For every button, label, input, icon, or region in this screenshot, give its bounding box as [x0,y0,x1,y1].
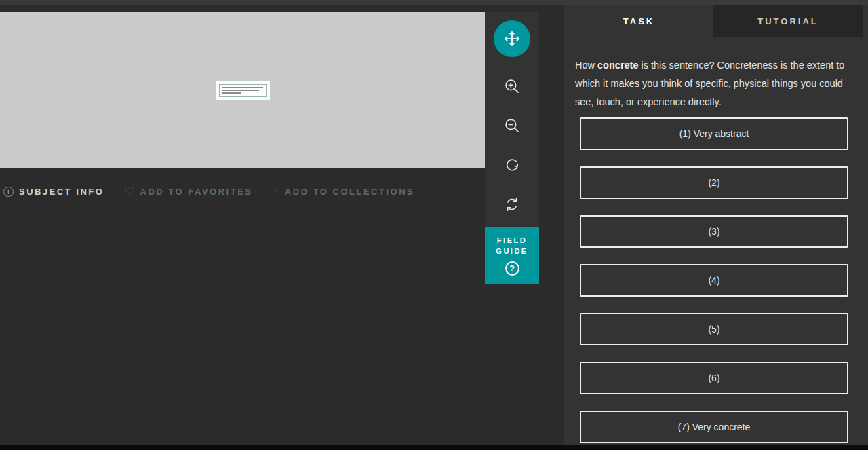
subject-info-label: SUBJECT INFO [19,187,104,197]
add-to-favorites-label: ADD TO FAVORITES [140,187,253,197]
tab-task-label: TASK [623,16,654,26]
classification-panel: TASK TUTORIAL How concrete is this sente… [564,5,868,445]
zoom-in-button[interactable] [502,76,522,96]
snippet-line [222,92,241,94]
heart-icon: ♡ [124,185,134,199]
answer-button-3[interactable]: (3) [580,215,848,248]
snippet-line [222,87,263,88]
question-text-bold: concrete [597,60,638,71]
zoom-out-icon [503,117,521,134]
top-window-strip [0,0,868,5]
answer-button-1[interactable]: (1) Very abstract [580,117,848,150]
reset-button[interactable] [502,194,522,214]
answer-button-2[interactable]: (2) [580,166,848,199]
info-icon: i [3,187,14,197]
answer-button-7[interactable]: (7) Very concrete [580,411,848,443]
move-icon [503,30,521,48]
subject-image[interactable] [216,81,270,100]
tab-task[interactable]: TASK [564,5,713,37]
subject-info-button[interactable]: i SUBJECT INFO [3,187,104,197]
rotate-icon [503,156,521,174]
subject-metadata-bar: i SUBJECT INFO ♡ ADD TO FAVORITES ≡ ADD … [3,183,414,200]
zoom-out-button[interactable] [502,115,522,136]
zoom-in-icon [503,77,521,95]
rotate-button[interactable] [502,155,522,175]
add-to-collections-button[interactable]: ≡ ADD TO COLLECTIONS [273,185,415,198]
move-tool-button[interactable] [494,20,530,57]
answer-list: (1) Very abstract (2) (3) (4) (5) (6) (7… [564,117,868,443]
add-to-collections-label: ADD TO COLLECTIONS [285,187,414,197]
field-guide-label: FIELD GUIDE [493,235,531,257]
subject-text-snippet [219,84,267,97]
add-to-favorites-button[interactable]: ♡ ADD TO FAVORITES [124,185,252,199]
subject-viewer[interactable] [0,12,485,168]
field-guide-button[interactable]: FIELD GUIDE ? [485,227,539,284]
bottom-window-strip [0,445,868,450]
snippet-line [222,90,259,91]
list-icon: ≡ [273,185,279,198]
answer-button-4[interactable]: (4) [580,264,848,297]
answer-button-5[interactable]: (5) [580,313,848,345]
question-text-before: How [575,60,597,71]
reset-rotation-icon [503,195,521,213]
tab-tutorial[interactable]: TUTORIAL [713,5,863,37]
panel-tabs: TASK TUTORIAL [564,5,868,37]
answer-button-6[interactable]: (6) [580,362,848,394]
help-icon: ? [505,261,519,276]
task-question: How concrete is this sentence? Concreten… [575,56,854,111]
tab-tutorial-label: TUTORIAL [757,16,818,26]
